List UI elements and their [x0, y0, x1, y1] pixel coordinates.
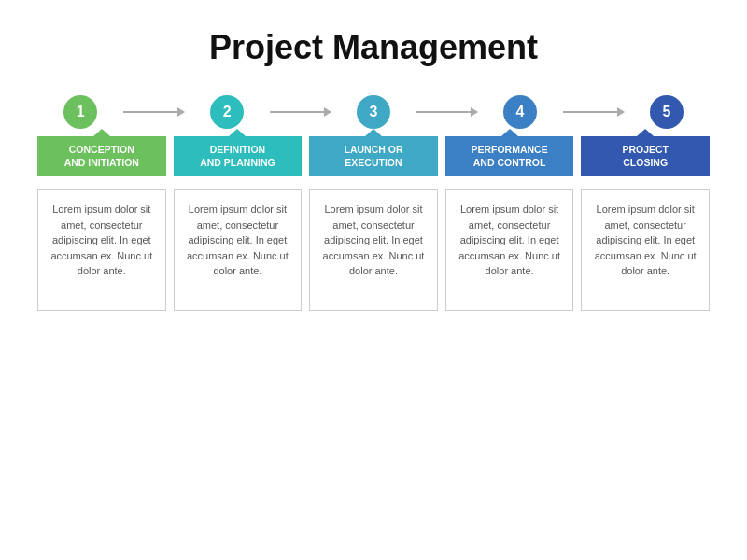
- step-circle-4: 4: [503, 95, 537, 129]
- cards-row: Lorem ipsum dolor sit amet, consectetur …: [37, 189, 710, 311]
- label-wrap-2: DEFINITIONAND PLANNING: [174, 136, 303, 176]
- step-label-3: LAUNCH OREXECUTION: [309, 136, 438, 176]
- step-number-4: 4: [515, 104, 524, 120]
- step-label-1: CONCEPTIONAND INITIATION: [37, 136, 166, 176]
- label-wrap-1: CONCEPTIONAND INITIATION: [37, 136, 166, 176]
- card-body-5: Lorem ipsum dolor sit amet, consectetur …: [595, 203, 697, 276]
- step-num-2: 2: [184, 95, 270, 129]
- step-num-4: 4: [477, 95, 563, 129]
- label-wrap-4: PERFORMANCEAND CONTROL: [445, 136, 574, 176]
- step-num-5: 5: [624, 95, 710, 129]
- step-number-1: 1: [77, 104, 85, 120]
- step-label-4: PERFORMANCEAND CONTROL: [445, 136, 574, 176]
- card-4: Lorem ipsum dolor sit amet, consectetur …: [445, 189, 574, 311]
- slide: Project Management 1 2: [0, 0, 747, 560]
- step-circle-3: 3: [357, 95, 390, 129]
- step-label-5: PROJECTCLOSING: [581, 136, 710, 176]
- card-5: Lorem ipsum dolor sit amet, consectetur …: [581, 189, 710, 311]
- card-2: Lorem ipsum dolor sit amet, consectetur …: [174, 189, 303, 311]
- step-circle-1: 1: [63, 95, 97, 129]
- step-number-2: 2: [223, 104, 232, 120]
- arrow-line-2: [270, 111, 331, 113]
- card-body-2: Lorem ipsum dolor sit amet, consectetur …: [187, 203, 289, 276]
- arrow-line-1: [123, 111, 184, 113]
- label-wrap-5: PROJECTCLOSING: [581, 136, 710, 176]
- step-circle-2: 2: [210, 95, 244, 129]
- step-circle-5: 5: [650, 95, 684, 129]
- card-body-4: Lorem ipsum dolor sit amet, consectetur …: [458, 203, 560, 276]
- arrow-4-5: [563, 111, 624, 113]
- arrow-1-2: [123, 111, 184, 113]
- step-num-3: 3: [331, 95, 416, 129]
- step-label-2: DEFINITIONAND PLANNING: [174, 136, 303, 176]
- step-number-3: 3: [370, 104, 378, 120]
- arrow-2-3: [270, 111, 331, 113]
- step-num-1: 1: [37, 95, 123, 129]
- card-1: Lorem ipsum dolor sit amet, consectetur …: [37, 189, 166, 311]
- step-number-5: 5: [662, 104, 670, 120]
- arrow-3-4: [416, 111, 477, 113]
- arrow-line-4: [563, 111, 624, 113]
- steps-numbers-row: 1 2 3: [37, 95, 710, 129]
- card-body-3: Lorem ipsum dolor sit amet, consectetur …: [323, 203, 425, 276]
- label-wrap-3: LAUNCH OREXECUTION: [309, 136, 438, 176]
- page-title: Project Management: [209, 28, 538, 67]
- card-body-1: Lorem ipsum dolor sit amet, consectetur …: [50, 203, 152, 276]
- labels-row: CONCEPTIONAND INITIATION DEFINITIONAND P…: [37, 136, 710, 176]
- timeline: 1 2 3: [37, 95, 710, 311]
- arrow-line-3: [416, 111, 477, 113]
- card-3: Lorem ipsum dolor sit amet, consectetur …: [309, 189, 438, 311]
